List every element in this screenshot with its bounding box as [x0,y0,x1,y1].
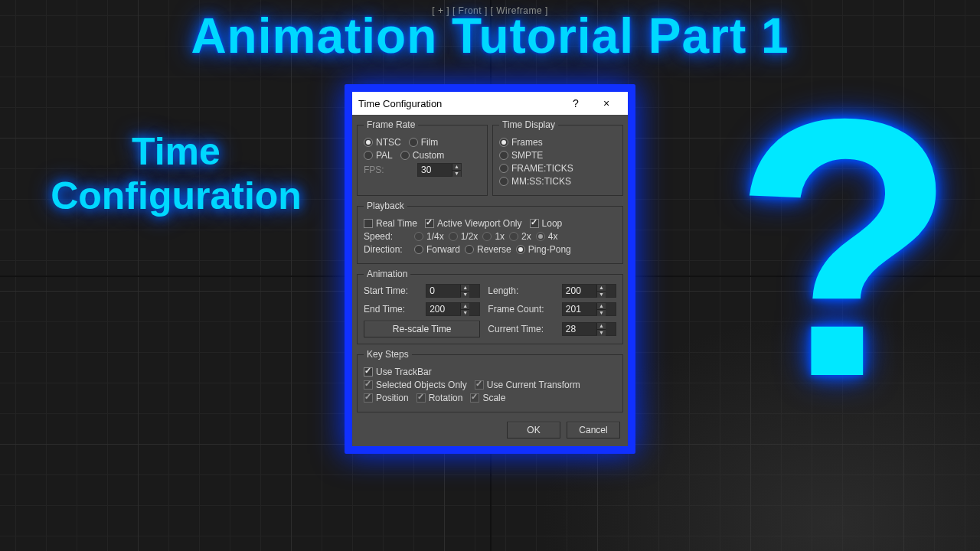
question-mark-graphic: ? [733,92,957,404]
subtitle-line2: Configuration [51,174,302,217]
radio-direction-2[interactable]: Ping-Pong [516,244,571,255]
key-steps-group: Key Steps Use TrackBar Selected Objects … [357,349,623,412]
check-current-transform[interactable]: Use Current Transform [475,380,580,390]
animation-legend: Animation [364,269,410,279]
time-display-group: Time Display Frames SMPTE FRAME:TICKS MM… [492,119,623,196]
current-time-label: Current Time: [488,324,554,334]
frame-rate-group: Frame Rate NTSC Film PAL Custom FPS: ▲▼ [357,119,488,196]
radio-direction-0[interactable]: Forward [414,244,460,255]
dialog-titlebar[interactable]: Time Configuration ? × [352,92,628,115]
radio-ntsc[interactable]: NTSC [364,137,401,148]
radio-frames[interactable]: Frames [499,137,543,148]
key-steps-legend: Key Steps [364,349,412,360]
speed-label: Speed: [364,231,410,242]
thumbnail-subtitle: Time Configuration [31,130,322,218]
check-loop[interactable]: Loop [530,218,563,229]
radio-speed-2[interactable]: 1x [482,231,505,242]
radio-pal[interactable]: PAL [364,150,393,161]
radio-mmssticks[interactable]: MM:SS:TICKS [499,176,571,187]
playback-group: Playback Real Time Active Viewport Only … [357,201,623,264]
radio-custom[interactable]: Custom [400,150,444,161]
spinner-up-icon[interactable]: ▲ [452,164,461,171]
fps-spinner[interactable]: ▲▼ [417,163,462,177]
subtitle-line1: Time [132,130,220,173]
help-button[interactable]: ? [560,97,591,109]
rescale-time-button[interactable]: Re-scale Time [364,321,480,337]
ok-button[interactable]: OK [507,422,560,439]
radio-speed-1[interactable]: 1/2x [449,231,479,242]
cancel-button[interactable]: Cancel [567,422,620,439]
check-position[interactable]: Position [364,393,409,403]
frame-count-spinner[interactable]: ▲▼ [562,302,616,316]
radio-direction-1[interactable]: Reverse [465,244,511,255]
check-real-time[interactable]: Real Time [364,218,417,229]
radio-speed-3[interactable]: 2x [509,231,531,242]
check-scale[interactable]: Scale [470,393,505,403]
start-time-spinner[interactable]: ▲▼ [426,284,480,298]
fps-input[interactable] [418,164,452,176]
animation-group: Animation Start Time: ▲▼ Length: ▲▼ End … [357,269,623,344]
length-spinner[interactable]: ▲▼ [562,284,616,298]
playback-legend: Playback [364,201,407,211]
length-label: Length: [488,285,554,296]
fps-label: FPS: [364,165,410,175]
thumbnail-title: Animation Tutorial Part 1 [191,8,789,64]
time-configuration-dialog: Time Configuration ? × Frame Rate NTSC F… [345,84,635,454]
radio-film[interactable]: Film [409,137,439,148]
radio-speed-4[interactable]: 4x [536,231,558,242]
time-display-legend: Time Display [499,119,558,130]
check-active-viewport[interactable]: Active Viewport Only [425,218,522,229]
end-time-label: End Time: [364,304,418,315]
direction-label: Direction: [364,244,410,255]
frame-rate-legend: Frame Rate [364,119,418,130]
check-use-trackbar[interactable]: Use TrackBar [364,367,432,377]
radio-smpte[interactable]: SMPTE [499,150,543,161]
check-rotation[interactable]: Rotation [416,393,463,403]
close-button[interactable]: × [591,97,622,109]
radio-speed-0[interactable]: 1/4x [414,231,444,242]
frame-count-label: Frame Count: [488,304,554,315]
check-selected-objects[interactable]: Selected Objects Only [364,380,467,390]
current-time-spinner[interactable]: ▲▼ [562,322,616,336]
end-time-spinner[interactable]: ▲▼ [426,302,480,316]
radio-frame-ticks[interactable]: FRAME:TICKS [499,163,573,174]
start-time-label: Start Time: [364,285,418,296]
dialog-title: Time Configuration [358,98,560,109]
spinner-down-icon[interactable]: ▼ [452,171,461,177]
